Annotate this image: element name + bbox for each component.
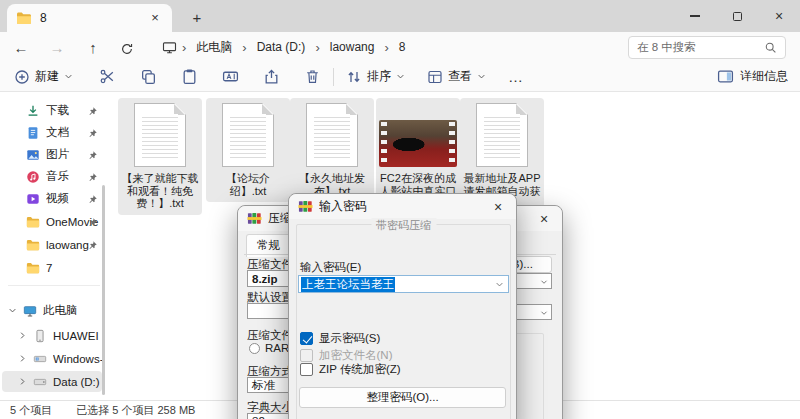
checkbox-label: ZIP 传统加密(Z) (319, 362, 401, 377)
groupbox-label: 带密码压缩 (371, 218, 436, 233)
sidebar-item-music[interactable]: 音乐 (2, 166, 102, 187)
details-pane-button[interactable]: 详细信息 (717, 68, 788, 85)
sidebar-item-pictures[interactable]: 图片 (2, 144, 102, 165)
file-tile-txt-1[interactable]: 【来了就能下载和观看！纯免费！】.txt (118, 98, 202, 215)
chevron-down-icon[interactable] (8, 306, 17, 315)
maximize-button[interactable] (716, 0, 758, 32)
this-pc-icon[interactable] (162, 40, 177, 55)
new-tab-button[interactable]: + (186, 7, 208, 29)
chevron-down-icon (540, 309, 548, 317)
details-pane-icon (717, 68, 734, 85)
paste-button[interactable] (177, 68, 202, 85)
sidebar-scrollbar[interactable] (102, 185, 105, 395)
breadcrumb-separator: › (181, 40, 187, 55)
chevron-right-icon[interactable] (18, 377, 27, 386)
sidebar-item-videos[interactable]: 视频 (2, 188, 102, 209)
chevron-down-icon (64, 72, 73, 81)
cut-button[interactable] (95, 68, 120, 85)
password-input[interactable]: 上老王论坛当老王 (298, 275, 509, 293)
password-dialog: 输入密码 × 带密码压缩 输入密码(E) 上老王论坛当老王 显示密码(S) 加密… (288, 193, 517, 419)
show-password-checkbox[interactable]: 显示密码(S) (300, 331, 380, 346)
pin-icon (87, 215, 98, 229)
winrar-icon (298, 199, 313, 214)
breadcrumb-current-folder[interactable]: 8 (394, 38, 411, 56)
format-radio-rar[interactable]: RAR (249, 342, 289, 354)
trash-icon (304, 68, 321, 85)
breadcrumb-data-d[interactable]: Data (D:) (252, 38, 311, 56)
close-button[interactable]: × (758, 0, 800, 32)
file-tile-video[interactable]: FC2在深夜的成人影站中真实口 (376, 98, 460, 202)
pictures-icon (26, 148, 40, 162)
more-options-button[interactable]: … (504, 68, 527, 85)
view-label: 查看 (448, 68, 472, 85)
password-dialog-titlebar[interactable]: 输入密码 × (289, 194, 516, 219)
sidebar-item-label: HUAWEI Mate (53, 330, 102, 342)
share-icon (263, 68, 280, 85)
back-button[interactable]: ← (8, 39, 34, 56)
folder-icon (26, 238, 40, 252)
rename-button[interactable] (218, 68, 243, 85)
chevron-right-icon[interactable] (18, 354, 27, 363)
sidebar-item-windows-ssd[interactable]: Windows-SSD (2, 348, 102, 369)
chevron-right-icon[interactable] (18, 331, 27, 340)
archive-dialog-close-icon[interactable]: × (535, 211, 553, 227)
view-button[interactable]: 查看 (423, 68, 490, 85)
explorer-tab[interactable]: 8 × (7, 4, 172, 32)
winrar-icon (247, 211, 262, 226)
breadcrumb-this-pc[interactable]: 此电脑 (191, 37, 237, 58)
videos-icon (26, 192, 40, 206)
drive-icon (33, 375, 47, 389)
view-icon (427, 69, 443, 85)
navigation-pane: 下载 文档 图片 音乐 视频 OneMovie (0, 93, 108, 400)
sidebar-item-laowang[interactable]: laowang (2, 234, 102, 255)
sidebar-item-label: Data (D:) (53, 376, 102, 388)
text-file-icon (476, 103, 528, 167)
sort-button[interactable]: 排序 (342, 68, 409, 85)
minimize-button[interactable] (674, 0, 716, 32)
new-button[interactable]: 新建 (10, 68, 77, 85)
checkbox-disabled-icon (300, 349, 313, 362)
copy-button[interactable] (136, 68, 161, 85)
checkbox-icon (300, 363, 313, 376)
chevron-down-icon (495, 280, 504, 289)
sort-icon (346, 69, 362, 85)
folder-icon (16, 10, 32, 26)
password-dialog-close-icon[interactable]: × (489, 199, 507, 215)
sidebar-item-label: 此电脑 (43, 303, 102, 318)
command-toolbar: 新建 排序 查看 … 详细信息 (0, 62, 800, 92)
refresh-button[interactable] (114, 38, 140, 55)
file-tile-txt-2[interactable]: 【论坛介绍】.txt (206, 98, 290, 202)
tab-title: 8 (40, 11, 139, 25)
folder-icon (26, 215, 40, 229)
sidebar-item-downloads[interactable]: 下载 (2, 100, 102, 121)
sidebar-item-onemovie[interactable]: OneMovie (2, 211, 102, 232)
pin-icon (87, 126, 98, 140)
combo-chevron[interactable] (495, 277, 504, 291)
video-thumbnail (379, 120, 457, 167)
sidebar-item-this-pc[interactable]: 此电脑 (2, 300, 102, 321)
breadcrumb-laowang[interactable]: laowang (325, 38, 380, 56)
chevron-down-icon (540, 278, 548, 286)
delete-button[interactable] (300, 68, 325, 85)
minimize-icon (690, 15, 700, 16)
sidebar-item-label: 7 (46, 262, 102, 274)
sidebar-item-7[interactable]: 7 (2, 257, 102, 278)
chevron-down-icon (477, 72, 486, 81)
details-label: 详细信息 (740, 68, 788, 85)
organize-passwords-button[interactable]: 整理密码(O)... (299, 387, 506, 408)
zip-legacy-checkbox[interactable]: ZIP 传统加密(Z) (300, 362, 401, 377)
sidebar-item-huawei-phone[interactable]: HUAWEI Mate (2, 325, 102, 346)
download-icon (26, 104, 40, 118)
encrypt-filenames-checkbox: 加密文件名(N) (300, 348, 392, 363)
close-icon: × (775, 9, 783, 23)
tab-bar: 8 × + × (0, 0, 800, 32)
file-tile-txt-3[interactable]: 【永久地址发布】.txt (290, 98, 374, 202)
up-button[interactable]: ↑ (80, 39, 106, 56)
search-input[interactable]: 在 8 中搜索 (628, 36, 786, 59)
sidebar-item-documents[interactable]: 文档 (2, 122, 102, 143)
sidebar-item-data-d[interactable]: Data (D:) (2, 371, 102, 392)
tab-close-button[interactable]: × (147, 10, 163, 26)
checkbox-checked-icon (300, 332, 313, 345)
enter-password-label: 输入密码(E) (300, 260, 361, 275)
share-button[interactable] (259, 68, 284, 85)
